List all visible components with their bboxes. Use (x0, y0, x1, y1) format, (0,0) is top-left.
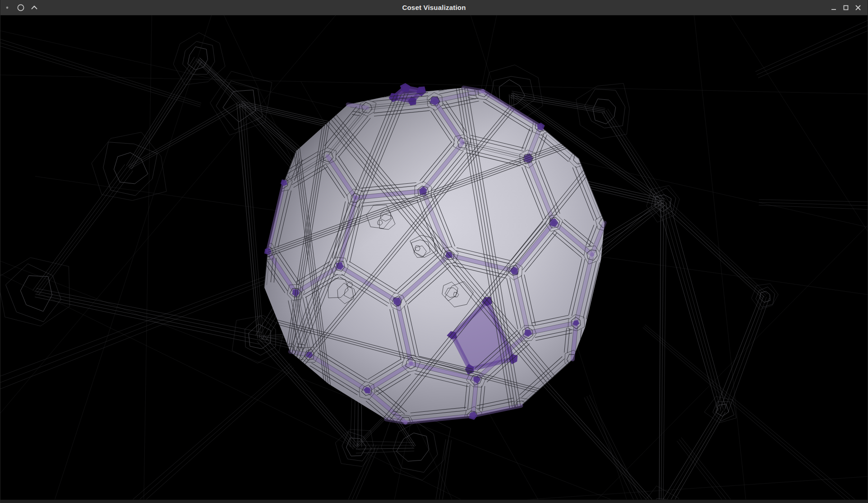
window-bottom-edge (0, 499, 868, 503)
minimize-button[interactable] (827, 0, 840, 15)
app-window: Coset Visualization (0, 0, 868, 503)
render-viewport[interactable] (0, 0, 868, 503)
titlebar[interactable]: Coset Visualization (0, 0, 868, 15)
maximize-button[interactable] (840, 0, 852, 15)
render-canvas (0, 0, 868, 503)
titlebar-right-controls (827, 0, 864, 15)
circle-icon[interactable] (14, 0, 28, 15)
window-title: Coset Visualization (0, 0, 868, 15)
menu-dot-icon (0, 0, 14, 15)
close-button[interactable] (852, 0, 864, 15)
chevron-up-icon[interactable] (28, 0, 41, 15)
sphere-body (264, 88, 605, 422)
titlebar-left-controls (0, 0, 41, 15)
